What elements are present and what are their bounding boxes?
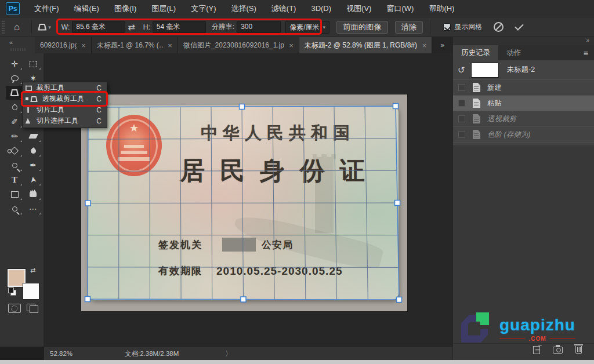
tool-marquee[interactable] xyxy=(24,57,42,71)
status-chevron-icon[interactable]: 〉 xyxy=(225,350,232,358)
history-source-checkbox[interactable] xyxy=(458,84,465,91)
menu-filter[interactable]: 滤镜(T) xyxy=(264,0,304,17)
menu-3d[interactable]: 3D(D) xyxy=(303,0,339,17)
history-brush-icon[interactable]: ↺ xyxy=(458,65,465,75)
crop-handle[interactable] xyxy=(85,297,90,302)
current-tool-preset[interactable]: ▾ xyxy=(38,24,51,31)
menu-view[interactable]: 视图(V) xyxy=(339,0,379,17)
tool-move[interactable]: ✛ xyxy=(6,57,23,71)
zoom-level[interactable]: 52.82% xyxy=(50,350,73,357)
menu-layer[interactable]: 图层(L) xyxy=(144,0,183,17)
tool-mixer-brush[interactable]: ✏ xyxy=(6,129,23,143)
height-input[interactable]: 54 毫米 xyxy=(153,21,206,33)
quick-mask-icon[interactable] xyxy=(8,304,21,313)
perspective-crop-icon xyxy=(38,24,46,31)
tab-title: 6092016.jpg xyxy=(40,41,77,49)
history-step-label: 透视裁剪 xyxy=(487,114,516,124)
collapse-tools-icon[interactable]: « xyxy=(9,39,13,46)
zoom-icon xyxy=(12,206,17,212)
tool-dodge[interactable] xyxy=(6,158,23,172)
snapshot-thumbnail[interactable] xyxy=(471,63,499,78)
menu-select[interactable]: 选择(S) xyxy=(223,0,263,17)
close-icon[interactable]: × xyxy=(168,41,172,50)
tab-overflow-icon[interactable]: » xyxy=(432,37,452,53)
tool-eraser[interactable] xyxy=(24,129,42,143)
background-color-swatch[interactable] xyxy=(23,283,39,300)
tool-more[interactable]: ⋯ xyxy=(24,202,42,216)
show-grid-checkbox[interactable] xyxy=(443,23,451,31)
close-icon[interactable]: × xyxy=(289,41,294,50)
brand-rule xyxy=(550,338,575,339)
new-document-from-state-icon[interactable] xyxy=(533,346,540,354)
commit-crop-icon[interactable] xyxy=(515,21,524,31)
menu-image[interactable]: 图像(I) xyxy=(107,0,144,17)
resolution-input[interactable]: 300 xyxy=(237,21,281,33)
resolution-units-select[interactable]: 像素/厘米 ▾ xyxy=(285,21,329,34)
history-step-paste-selected[interactable]: 粘贴 xyxy=(453,96,594,111)
crop-handle[interactable] xyxy=(85,201,90,206)
flyout-item-perspective-crop-tool[interactable]: 透视裁剪工具 C xyxy=(23,93,107,104)
document-tab[interactable]: 6092016.jpg × xyxy=(35,37,92,53)
menu-file[interactable]: 文件(F) xyxy=(27,0,67,17)
history-source-checkbox[interactable] xyxy=(458,131,465,138)
front-image-button[interactable]: 前面的图像 xyxy=(336,21,388,34)
crop-handle[interactable] xyxy=(240,104,245,110)
options-grip[interactable] xyxy=(2,21,5,34)
tab-actions[interactable]: 动作 xyxy=(498,45,529,60)
tool-blur[interactable] xyxy=(24,144,42,158)
crop-handle[interactable] xyxy=(395,201,400,206)
panel-menu-icon[interactable]: ≡ xyxy=(584,49,588,58)
swap-dimensions-icon[interactable]: ⇄ xyxy=(128,22,135,32)
delete-state-icon[interactable] xyxy=(575,346,582,354)
tool-shape-rectangle[interactable] xyxy=(6,187,23,201)
home-icon[interactable]: ⌂ xyxy=(14,21,20,33)
tool-path-select[interactable]: ➤ xyxy=(24,173,42,187)
tool-eyedropper[interactable] xyxy=(6,100,23,114)
crop-tools-flyout-menu: 裁剪工具 C 透视裁剪工具 C 切片工具 C 切片选择工具 C xyxy=(22,82,107,128)
tool-pen[interactable]: ✒ xyxy=(24,158,42,172)
tool-zoom[interactable] xyxy=(6,202,23,216)
default-colors-icon[interactable] xyxy=(8,287,16,296)
flyout-item-slice-tool[interactable]: 切片工具 C xyxy=(23,104,107,115)
width-input[interactable]: 85.6 毫米 xyxy=(72,21,125,33)
history-source-checkbox[interactable] xyxy=(458,115,465,122)
tool-brush[interactable]: ✐ xyxy=(6,115,23,129)
close-icon[interactable]: × xyxy=(422,41,427,50)
tab-history[interactable]: 历史记录 xyxy=(453,45,498,60)
crop-handle[interactable] xyxy=(241,297,246,302)
menu-type[interactable]: 文字(Y) xyxy=(183,0,223,17)
menu-window[interactable]: 窗口(W) xyxy=(379,0,421,17)
flyout-item-crop-tool[interactable]: 裁剪工具 C xyxy=(23,82,107,93)
history-step-perspective-crop-undone[interactable]: 透视裁剪 xyxy=(453,111,594,127)
history-step-new[interactable]: 新建 xyxy=(453,80,594,96)
collapse-panel-icon[interactable]: » xyxy=(586,37,589,43)
swap-colors-icon[interactable]: ⇄ xyxy=(30,267,35,274)
tool-paint-bucket[interactable] xyxy=(6,144,23,158)
photoshop-logo[interactable]: Ps xyxy=(6,2,20,14)
tool-perspective-crop-selected[interactable] xyxy=(6,86,23,100)
marquee-icon xyxy=(30,61,37,67)
close-icon[interactable]: × xyxy=(81,41,86,50)
crop-handle[interactable] xyxy=(393,104,399,109)
history-snapshot-row[interactable]: ↺ 未标题-2 xyxy=(453,60,594,80)
tool-type[interactable]: T xyxy=(6,173,23,187)
cancel-crop-icon[interactable] xyxy=(494,22,504,32)
document-tab-active[interactable]: 未标题-2 @ 52.8% (图层 1, RGB/8#) * × xyxy=(299,37,433,53)
crop-handle[interactable] xyxy=(397,297,402,303)
document-tab[interactable]: 微信图片_20230816092016_1.jpg × xyxy=(178,37,299,53)
history-step-levels-undone[interactable]: 色阶 (存储为) xyxy=(453,127,594,143)
menu-help[interactable]: 帮助(H) xyxy=(421,0,462,17)
clear-button[interactable]: 清除 xyxy=(395,21,423,34)
history-list: ↺ 未标题-2 新建 粘贴 透视裁剪 色阶 ( xyxy=(453,60,594,146)
tool-hand[interactable] xyxy=(24,187,42,201)
screen-mode-icon[interactable] xyxy=(27,304,38,313)
pen-icon: ✒ xyxy=(30,161,37,170)
menu-edit[interactable]: 编辑(E) xyxy=(67,0,107,17)
document-tab[interactable]: 未标题-1 @ 16.7% (… × xyxy=(92,37,178,53)
perspective-crop-overlay[interactable] xyxy=(81,94,407,311)
perspective-crop-icon xyxy=(30,96,38,101)
tool-lasso[interactable] xyxy=(6,71,23,85)
history-source-checkbox[interactable] xyxy=(458,100,465,107)
new-snapshot-icon[interactable] xyxy=(553,347,563,354)
flyout-item-slice-select-tool[interactable]: 切片选择工具 C xyxy=(23,115,107,126)
